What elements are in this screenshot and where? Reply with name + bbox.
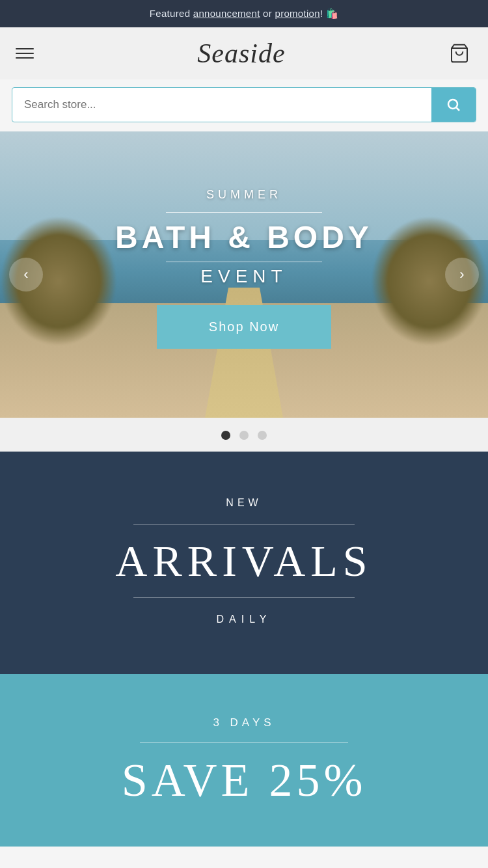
carousel-dots — [0, 418, 488, 452]
hero-title2: EVENT — [200, 266, 287, 287]
save-section: 3 DAYS SAVE 25% — [0, 674, 488, 847]
new-arrivals-section: NEW ARRIVALS DAILY — [0, 452, 488, 674]
announcement-text: Featured announcement or promotion! 🛍️ — [150, 8, 338, 19]
save-title: SAVE 25% — [122, 753, 367, 807]
search-icon — [446, 97, 461, 113]
cart-icon — [449, 43, 470, 64]
search-button[interactable] — [431, 88, 476, 122]
chevron-right-icon: › — [459, 266, 464, 283]
save-days-label: 3 DAYS — [213, 716, 275, 729]
hamburger-line — [16, 48, 34, 49]
search-bar — [12, 87, 476, 122]
svg-point-1 — [448, 100, 457, 109]
hero-divider-bottom — [166, 262, 322, 262]
announcement-link1[interactable]: announcement — [193, 8, 260, 19]
hamburger-line — [16, 53, 34, 54]
carousel-prev-button[interactable]: ‹ — [9, 258, 43, 292]
carousel-dot-2[interactable] — [239, 431, 249, 440]
shop-now-button[interactable]: Shop Now — [157, 305, 331, 349]
new-arrivals-label-top: NEW — [226, 497, 262, 509]
save-divider — [140, 742, 348, 743]
cart-button[interactable] — [446, 40, 472, 66]
announcement-bar: Featured announcement or promotion! 🛍️ — [0, 0, 488, 27]
carousel-dot-3[interactable] — [258, 431, 267, 440]
announcement-link2[interactable]: promotion — [275, 8, 319, 19]
arrivals-divider-bottom — [133, 597, 355, 598]
carousel-next-button[interactable]: › — [445, 258, 479, 292]
search-input[interactable] — [12, 88, 431, 122]
header: Seaside — [0, 27, 488, 79]
hero-carousel: SUMMER BATH & BODY EVENT Shop Now ‹ › — [0, 131, 488, 418]
new-arrivals-title: ARRIVALS — [115, 536, 372, 587]
menu-button[interactable] — [16, 48, 36, 59]
hero-content: SUMMER BATH & BODY EVENT Shop Now — [0, 131, 488, 418]
hamburger-line — [16, 57, 34, 59]
arrivals-divider-top — [133, 524, 355, 525]
svg-line-2 — [457, 108, 459, 111]
hero-subtitle: SUMMER — [206, 188, 282, 202]
new-arrivals-label-bottom: DAILY — [216, 614, 271, 625]
hero-divider-top — [166, 212, 322, 213]
carousel-dot-1[interactable] — [221, 431, 230, 440]
site-logo[interactable]: Seaside — [197, 38, 285, 69]
chevron-left-icon: ‹ — [23, 266, 28, 283]
hero-title: BATH & BODY — [115, 219, 373, 255]
